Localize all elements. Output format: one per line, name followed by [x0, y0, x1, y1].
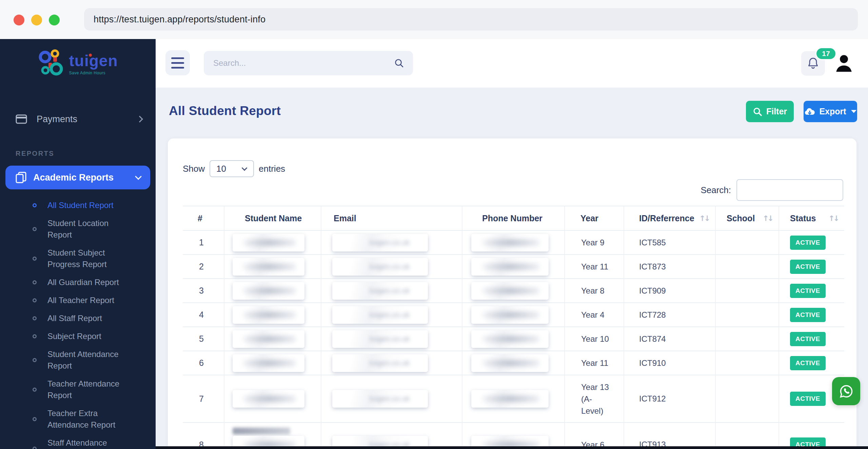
- phone-number-redacted: [471, 390, 549, 408]
- sidebar-item-payments[interactable]: Payments: [0, 108, 156, 130]
- close-window-button[interactable]: [14, 15, 24, 25]
- redacted-email-hint: tuigen.co.uk: [351, 311, 410, 319]
- sort-icon[interactable]: ↑↓: [763, 214, 772, 223]
- row-number: 3: [183, 279, 224, 303]
- email-redacted: tuigen.co.uk: [332, 390, 428, 408]
- column-header-phone-number: Phone Number: [462, 206, 565, 230]
- sidebar-group-academic-reports[interactable]: Academic Reports: [5, 166, 150, 189]
- sidebar-item-subject-report[interactable]: Subject Report: [0, 331, 156, 342]
- year-value: Year 4: [581, 309, 605, 321]
- academic-reports-submenu: All Student ReportStudent Location Repor…: [0, 200, 156, 449]
- year-value: Year 10: [581, 333, 609, 345]
- sidebar-item-all-staff-report[interactable]: All Staff Report: [0, 313, 156, 324]
- global-search-input[interactable]: [204, 58, 394, 68]
- menu-toggle-button[interactable]: [165, 50, 190, 75]
- email-redacted: tuigen.co.uk: [332, 258, 428, 276]
- filter-button[interactable]: Filter: [746, 101, 794, 122]
- student-name-cell: [224, 255, 321, 279]
- school-cell: [715, 279, 779, 303]
- student-name-cell: [224, 279, 321, 303]
- sort-icon[interactable]: ↑↓: [699, 214, 709, 223]
- redaction-smear: [482, 263, 539, 270]
- whatsapp-chat-button[interactable]: [832, 377, 860, 405]
- column-header-status[interactable]: Status↑↓: [779, 206, 844, 230]
- status-badge: ACTIVE: [790, 392, 826, 406]
- status-cell: ACTIVE: [779, 230, 844, 255]
- phone-number-cell: [462, 327, 565, 351]
- id-reference-cell: ICT585: [624, 230, 715, 255]
- column-header-id-referrence[interactable]: ID/Referrence↑↓: [624, 206, 715, 230]
- user-avatar[interactable]: [833, 52, 854, 75]
- redaction-smear: [482, 239, 539, 246]
- export-button[interactable]: Export: [804, 101, 857, 122]
- brand-dot: [89, 54, 92, 57]
- id-reference-cell: ICT873: [624, 255, 715, 279]
- notifications-button[interactable]: 17: [801, 51, 825, 76]
- sort-icon[interactable]: ↑↓: [828, 214, 838, 223]
- email-cell: tuigen.co.uk: [321, 255, 462, 279]
- email-cell: tuigen.co.uk: [321, 423, 462, 449]
- sidebar-item-student-location-report[interactable]: Student Location Report: [0, 218, 156, 241]
- row-number: 1: [183, 230, 224, 255]
- address-bar[interactable]: https://test.tuigen.app/reports/student-…: [84, 8, 858, 31]
- sidebar-item-student-attendance-report[interactable]: Student Attendance Report: [0, 349, 156, 372]
- sidebar-item-student-subject-progress-report[interactable]: Student Subject Progress Report: [0, 247, 156, 270]
- table-row: 8tuigen.co.ukYear 6ICT913ACTIVE: [183, 423, 844, 449]
- redacted-text-peek: [233, 428, 290, 434]
- sidebar-item-all-guardian-report[interactable]: All Guardian Report: [0, 277, 156, 288]
- brand-name: tuigen: [69, 53, 118, 69]
- table-search-input[interactable]: [736, 179, 843, 201]
- email-cell: tuigen.co.uk: [321, 230, 462, 255]
- id-reference-cell: ICT910: [624, 351, 715, 375]
- page-size-select[interactable]: 10: [210, 160, 254, 177]
- phone-number-cell: [462, 351, 565, 375]
- sidebar-item-all-teacher-report[interactable]: All Teacher Report: [0, 295, 156, 306]
- redacted-email-hint: tuigen.co.uk: [351, 335, 410, 343]
- zoom-window-button[interactable]: [49, 15, 60, 25]
- column-header-year: Year: [565, 206, 624, 230]
- redaction-smear: [243, 239, 296, 246]
- minimize-window-button[interactable]: [31, 15, 42, 25]
- search-icon[interactable]: [394, 58, 404, 68]
- redacted-email-hint: tuigen.co.uk: [351, 286, 410, 295]
- year-cell: Year 10: [565, 327, 624, 351]
- sidebar-item-teacher-attendance-report[interactable]: Teacher Attendance Report: [0, 378, 156, 401]
- row-number: 8: [183, 423, 224, 449]
- bullet-icon: [33, 316, 37, 320]
- report-card: Show 10 entries Search: #Student NameEma…: [168, 138, 856, 449]
- sidebar-item-teacher-extra-attendance-report[interactable]: Teacher Extra Attendance Report: [0, 408, 156, 431]
- redaction-smear: [243, 287, 296, 294]
- sidebar-section-reports: REPORTS: [16, 150, 156, 157]
- column-label: School: [727, 213, 755, 223]
- sidebar-item-staff-attendance-report[interactable]: Staff Attendance Report: [0, 437, 156, 449]
- email-redacted: tuigen.co.uk: [332, 306, 428, 324]
- column-header-school[interactable]: School↑↓: [715, 206, 779, 230]
- redacted-email-hint: tuigen.co.uk: [351, 238, 410, 247]
- email-cell: tuigen.co.uk: [321, 327, 462, 351]
- main-content: All Student Report Filter Export Show: [156, 88, 868, 449]
- status-cell: ACTIVE: [779, 279, 844, 303]
- student-name-cell: [224, 423, 321, 449]
- phone-number-cell: [462, 279, 565, 303]
- email-redacted: tuigen.co.uk: [332, 330, 428, 348]
- year-cell: Year 6: [565, 423, 624, 449]
- year-cell: Year 13 (A-Level): [565, 375, 624, 423]
- id-reference-cell: ICT874: [624, 327, 715, 351]
- bullet-icon: [33, 388, 37, 392]
- reports-copy-icon: [16, 172, 26, 183]
- redaction-smear: [482, 312, 539, 318]
- email-cell: tuigen.co.uk: [321, 279, 462, 303]
- sidebar-group-label: Academic Reports: [33, 172, 136, 183]
- entries-label: entries: [259, 164, 285, 174]
- brand-logo[interactable]: tuigen Save Admin Hours: [0, 39, 156, 89]
- status-badge: ACTIVE: [790, 236, 826, 250]
- sidebar-item-all-student-report[interactable]: All Student Report: [0, 200, 156, 211]
- status-cell: ACTIVE: [779, 327, 844, 351]
- credit-card-icon: [16, 114, 27, 124]
- column-label: Phone Number: [482, 213, 542, 223]
- student-name-redacted: [233, 258, 304, 276]
- phone-number-redacted: [471, 354, 549, 372]
- status-badge: ACTIVE: [790, 356, 826, 370]
- search-icon: [753, 107, 762, 116]
- school-cell: [715, 375, 779, 423]
